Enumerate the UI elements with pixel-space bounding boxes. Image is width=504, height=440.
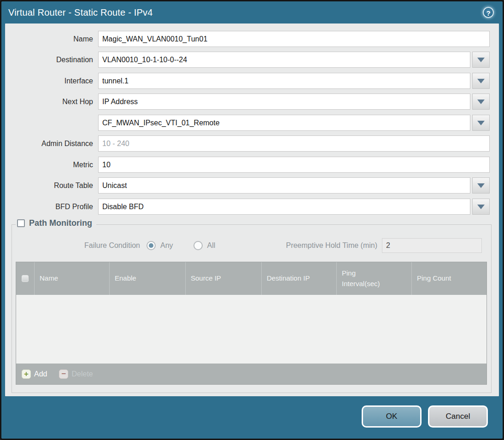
next-hop-type-input[interactable] [98, 94, 470, 110]
add-button-label: Add [34, 370, 47, 378]
radio-all-icon[interactable] [193, 241, 203, 250]
select-all-cell [16, 262, 35, 295]
chevron-down-icon [477, 205, 485, 209]
failure-condition-option-all[interactable]: All [193, 241, 216, 250]
minus-icon: − [59, 370, 68, 379]
virtual-router-static-route-dialog: Virtual Router - Static Route - IPv4 ? N… [0, 0, 504, 440]
name-row: Name [5, 31, 499, 47]
name-input[interactable] [98, 31, 490, 47]
chevron-down-icon [477, 58, 485, 62]
destination-row: Destination [5, 52, 499, 68]
column-header-destination-ip: Destination IP [262, 262, 337, 295]
next-hop-type-dropdown-button[interactable] [472, 94, 490, 110]
delete-button[interactable]: − Delete [59, 370, 93, 379]
title-bar: Virtual Router - Static Route - IPv4 ? [1, 1, 503, 23]
path-monitoring-title: Path Monitoring [29, 218, 92, 228]
chevron-down-icon [477, 121, 485, 125]
next-hop-address-dropdown-button[interactable] [472, 115, 490, 131]
chevron-down-icon [477, 183, 485, 188]
add-button[interactable]: + Add [22, 370, 47, 379]
table-body-empty [16, 295, 486, 364]
radio-any-icon[interactable] [147, 241, 156, 250]
interface-input[interactable] [98, 73, 470, 89]
column-header-source-ip: Source IP [186, 262, 262, 295]
next-hop-address-row [5, 115, 499, 131]
admin-distance-label: Admin Distance [5, 140, 93, 148]
failure-condition-option-any[interactable]: Any [147, 241, 173, 250]
column-header-enable: Enable [110, 262, 186, 295]
route-table-dropdown-button[interactable] [472, 177, 490, 194]
failure-condition-row: Failure Condition Any All Preemptive Hol… [12, 238, 491, 253]
ok-button[interactable]: OK [362, 405, 422, 428]
admin-distance-input[interactable] [98, 135, 490, 152]
path-monitoring-checkbox[interactable] [17, 219, 25, 227]
next-hop-address-input[interactable] [98, 115, 470, 131]
metric-input[interactable] [98, 157, 490, 173]
route-table-input[interactable] [98, 177, 470, 194]
bfd-profile-label: BFD Profile [5, 203, 93, 211]
route-table-label: Route Table [5, 182, 93, 190]
radio-any-label: Any [160, 241, 173, 250]
failure-condition-label: Failure Condition [12, 241, 140, 250]
radio-all-label: All [207, 241, 216, 250]
help-icon[interactable]: ? [483, 7, 494, 18]
select-all-checkbox[interactable] [22, 275, 29, 282]
column-header-name: Name [35, 262, 110, 295]
metric-row: Metric [5, 157, 499, 173]
name-label: Name [5, 35, 93, 43]
bfd-profile-input[interactable] [98, 199, 470, 215]
dialog-content: Name Destination Interface [5, 23, 499, 396]
route-table-row: Route Table [5, 177, 499, 194]
table-footer: + Add − Delete [16, 364, 486, 384]
interface-label: Interface [5, 77, 93, 85]
next-hop-label: Next Hop [5, 98, 93, 106]
admin-distance-row: Admin Distance [5, 135, 499, 152]
plus-icon: + [22, 370, 31, 379]
bfd-profile-row: BFD Profile [5, 199, 499, 215]
destination-input[interactable] [98, 52, 470, 68]
delete-button-label: Delete [71, 370, 93, 378]
cancel-button[interactable]: Cancel [428, 405, 488, 428]
chevron-down-icon [477, 79, 485, 83]
interface-row: Interface [5, 73, 499, 89]
interface-dropdown-button[interactable] [472, 73, 490, 89]
preemptive-hold-time-label: Preemptive Hold Time (min) [215, 241, 382, 250]
path-monitoring-legend: Path Monitoring [16, 218, 96, 228]
destination-dropdown-button[interactable] [472, 52, 490, 68]
table-header: Name Enable Source IP Destination IP Pin… [16, 262, 486, 295]
metric-label: Metric [5, 161, 93, 169]
column-header-ping-interval: Ping Interval(sec) [337, 262, 412, 295]
bfd-profile-dropdown-button[interactable] [472, 199, 490, 215]
path-monitoring-group: Path Monitoring Failure Condition Any Al… [12, 224, 492, 393]
dialog-title: Virtual Router - Static Route - IPv4 [8, 7, 153, 18]
preemptive-hold-time-input[interactable] [382, 238, 482, 253]
chevron-down-icon [477, 100, 485, 104]
column-header-ping-count: Ping Count [412, 262, 486, 295]
destination-label: Destination [5, 56, 93, 64]
next-hop-row: Next Hop [5, 94, 499, 110]
path-monitoring-table: Name Enable Source IP Destination IP Pin… [16, 262, 487, 385]
